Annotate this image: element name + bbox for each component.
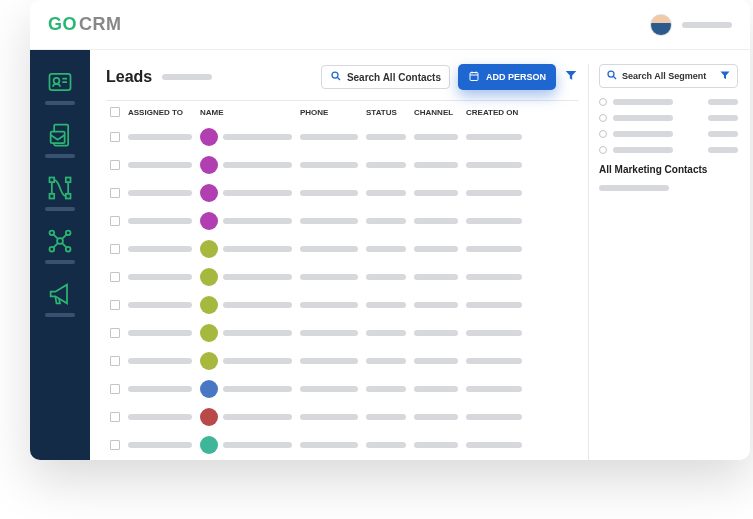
segment-radio[interactable] — [599, 98, 607, 106]
cell-assigned — [128, 386, 192, 392]
search-segment-input[interactable]: Search All Segment — [599, 64, 738, 88]
table-row[interactable] — [106, 235, 578, 263]
table-row[interactable] — [106, 347, 578, 375]
row-checkbox[interactable] — [110, 132, 120, 142]
avatar-dot — [200, 380, 218, 398]
avatar-dot — [200, 436, 218, 454]
cell-created — [466, 414, 522, 420]
sidebar-item-design[interactable] — [45, 174, 75, 211]
cell-status — [366, 190, 406, 196]
content: Leads Search All Contacts — [90, 50, 750, 460]
search-segment-label: Search All Segment — [622, 71, 715, 81]
name-text — [223, 386, 292, 392]
name-text — [223, 162, 292, 168]
segment-count — [708, 147, 738, 153]
cell-name — [200, 408, 292, 426]
svg-rect-8 — [50, 194, 55, 199]
th-name[interactable]: NAME — [200, 108, 292, 117]
table-row[interactable] — [106, 123, 578, 151]
add-person-button[interactable]: ADD PERSON — [458, 64, 556, 90]
row-checkbox[interactable] — [110, 328, 120, 338]
svg-point-19 — [332, 72, 338, 78]
cell-name — [200, 156, 292, 174]
row-checkbox[interactable] — [110, 216, 120, 226]
segment-radio[interactable] — [599, 146, 607, 154]
page-subtitle — [162, 74, 212, 80]
segment-radio[interactable] — [599, 114, 607, 122]
cell-channel — [414, 386, 458, 392]
name-text — [223, 302, 292, 308]
cell-created — [466, 190, 522, 196]
sidebar-item-network[interactable] — [45, 227, 75, 264]
cell-assigned — [128, 218, 192, 224]
filter-icon[interactable] — [719, 69, 731, 83]
avatar-dot — [200, 268, 218, 286]
row-checkbox[interactable] — [110, 272, 120, 282]
name-text — [223, 246, 292, 252]
sidebar-label — [45, 154, 75, 158]
name-text — [223, 134, 292, 140]
th-status[interactable]: STATUS — [366, 108, 406, 117]
cell-channel — [414, 162, 458, 168]
filter-icon[interactable] — [564, 68, 578, 86]
row-checkbox[interactable] — [110, 244, 120, 254]
row-checkbox[interactable] — [110, 440, 120, 450]
select-all-checkbox[interactable] — [110, 107, 120, 117]
search-contacts-label: Search All Contacts — [347, 72, 441, 83]
cell-name — [200, 240, 292, 258]
svg-line-15 — [54, 235, 58, 239]
segments-subtext — [599, 185, 669, 191]
table-row[interactable] — [106, 431, 578, 459]
cell-status — [366, 246, 406, 252]
th-channel[interactable]: CHANNEL — [414, 108, 458, 117]
cell-name — [200, 268, 292, 286]
row-checkbox[interactable] — [110, 356, 120, 366]
table-row[interactable] — [106, 151, 578, 179]
sidebar-item-inbox[interactable] — [45, 121, 75, 158]
sidebar-item-contacts[interactable] — [45, 68, 75, 105]
contacts-icon — [46, 68, 74, 96]
cell-name — [200, 436, 292, 454]
cell-created — [466, 134, 522, 140]
row-checkbox[interactable] — [110, 300, 120, 310]
name-text — [223, 190, 292, 196]
table-row[interactable] — [106, 319, 578, 347]
row-checkbox[interactable] — [110, 160, 120, 170]
th-assigned[interactable]: ASSIGNED TO — [128, 108, 192, 117]
segments-section-title: All Marketing Contacts — [599, 164, 738, 175]
segment-radio[interactable] — [599, 130, 607, 138]
table-row[interactable] — [106, 179, 578, 207]
name-text — [223, 442, 292, 448]
segment-item[interactable] — [599, 114, 738, 122]
row-checkbox[interactable] — [110, 188, 120, 198]
row-checkbox[interactable] — [110, 384, 120, 394]
table-row[interactable] — [106, 263, 578, 291]
cell-channel — [414, 190, 458, 196]
search-contacts-input[interactable]: Search All Contacts — [321, 65, 450, 89]
table-body — [106, 123, 578, 460]
cell-created — [466, 274, 522, 280]
segment-item[interactable] — [599, 146, 738, 154]
segment-item[interactable] — [599, 130, 738, 138]
segment-item[interactable] — [599, 98, 738, 106]
sidebar-item-campaign[interactable] — [45, 280, 75, 317]
main: Leads Search All Contacts — [30, 50, 750, 460]
segment-name — [613, 99, 673, 105]
avatar[interactable] — [650, 14, 672, 36]
th-created[interactable]: CREATED ON — [466, 108, 522, 117]
name-text — [223, 274, 292, 280]
avatar-dot — [200, 324, 218, 342]
cell-assigned — [128, 162, 192, 168]
th-phone[interactable]: PHONE — [300, 108, 358, 117]
cell-name — [200, 324, 292, 342]
cell-name — [200, 352, 292, 370]
table-row[interactable] — [106, 375, 578, 403]
table-row[interactable] — [106, 207, 578, 235]
cell-phone — [300, 162, 358, 168]
table-row[interactable] — [106, 291, 578, 319]
table-row[interactable] — [106, 459, 578, 460]
cell-channel — [414, 414, 458, 420]
row-checkbox[interactable] — [110, 412, 120, 422]
svg-point-25 — [608, 71, 614, 77]
table-row[interactable] — [106, 403, 578, 431]
